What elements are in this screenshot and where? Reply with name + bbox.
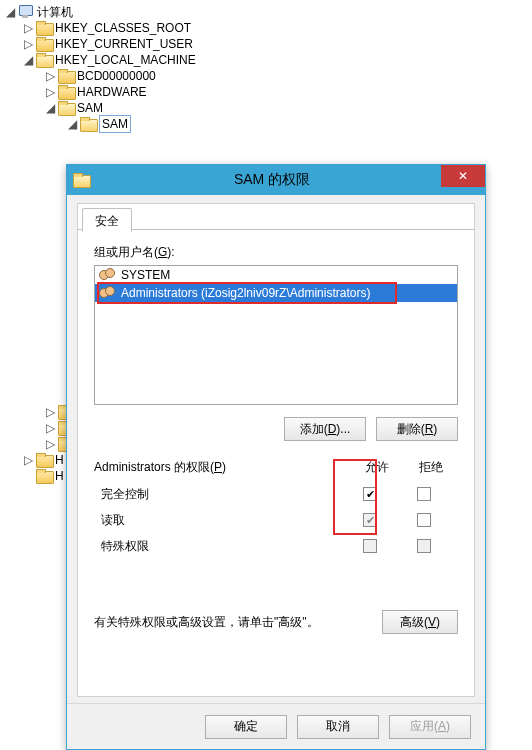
dialog-footer: 确定 取消 应用(A) <box>67 703 485 749</box>
user-row-administrators[interactable]: Administrators (iZosig2lniv09rZ\Administ… <box>95 284 457 302</box>
tree-label: H <box>55 468 64 484</box>
allow-column-header: 允许 <box>350 459 404 476</box>
users-listbox[interactable]: SYSTEM Administrators (iZosig2lniv09rZ\A… <box>94 265 458 405</box>
checkbox-deny-special <box>417 539 431 553</box>
perm-row-read: 读取 ✔ <box>95 507 457 533</box>
user-name: SYSTEM <box>121 268 170 282</box>
users-icon <box>99 286 117 300</box>
dialog-body: 安全 组或用户名(G): SYSTEM Administrators (iZos… <box>77 203 475 697</box>
permissions-table: 完全控制 ✔ 读取 ✔ 特殊权限 <box>94 480 458 560</box>
dialog-title: SAM 的权限 <box>95 171 449 189</box>
tab-label: 安全 <box>95 214 119 228</box>
cancel-button[interactable]: 取消 <box>297 715 379 739</box>
tree-item-sam[interactable]: ◢ SAM <box>4 100 532 116</box>
perm-name: 特殊权限 <box>101 538 343 555</box>
checkbox-allow-full[interactable]: ✔ <box>363 487 377 501</box>
permissions-for-label: Administrators 的权限(P) <box>94 459 350 476</box>
expand-icon[interactable]: ▷ <box>22 22 34 34</box>
folder-icon <box>36 469 52 483</box>
dialog-titlebar[interactable]: SAM 的权限 ✕ <box>67 165 485 195</box>
perm-row-full-control: 完全控制 ✔ <box>95 481 457 507</box>
close-button[interactable]: ✕ <box>441 165 485 187</box>
tree-item-hklm[interactable]: ◢ HKEY_LOCAL_MACHINE <box>4 52 532 68</box>
checkbox-allow-special <box>363 539 377 553</box>
expand-icon[interactable]: ▷ <box>44 422 56 434</box>
tree-label-selected: SAM <box>99 115 131 133</box>
tree-label: 计算机 <box>37 4 73 20</box>
advanced-note: 有关特殊权限或高级设置，请单击"高级"。 <box>94 614 382 631</box>
add-button[interactable]: 添加(D)... <box>284 417 366 441</box>
folder-icon <box>58 85 74 99</box>
perm-name: 完全控制 <box>101 486 343 503</box>
tree-item-hardware[interactable]: ▷ HARDWARE <box>4 84 532 100</box>
tab-security[interactable]: 安全 <box>82 208 132 232</box>
tree-root-computer[interactable]: ◢ 计算机 <box>4 4 532 20</box>
perm-name: 读取 <box>101 512 343 529</box>
tree-label: H <box>55 452 64 468</box>
collapse-icon[interactable]: ◢ <box>66 118 78 130</box>
expand-icon[interactable]: ▷ <box>44 406 56 418</box>
remove-button[interactable]: 删除(R) <box>376 417 458 441</box>
expand-icon[interactable]: ▷ <box>44 438 56 450</box>
tree-label: HKEY_CLASSES_ROOT <box>55 20 191 36</box>
tree-label: SAM <box>77 100 103 116</box>
ok-button[interactable]: 确定 <box>205 715 287 739</box>
folder-open-icon <box>80 117 96 131</box>
folder-icon <box>58 69 74 83</box>
tree-label: BCD00000000 <box>77 68 156 84</box>
tree-item-hkcu[interactable]: ▷ HKEY_CURRENT_USER <box>4 36 532 52</box>
apply-button[interactable]: 应用(A) <box>389 715 471 739</box>
user-name: Administrators (iZosig2lniv09rZ\Administ… <box>121 286 370 300</box>
checkbox-allow-read[interactable]: ✔ <box>363 513 377 527</box>
computer-icon <box>18 5 34 19</box>
folder-icon <box>36 37 52 51</box>
expand-icon[interactable]: ▷ <box>22 38 34 50</box>
deny-column-header: 拒绝 <box>404 459 458 476</box>
group-or-users-label: 组或用户名(G): <box>94 244 458 261</box>
tab-strip: 安全 <box>78 204 474 230</box>
perm-row-special: 特殊权限 <box>95 533 457 559</box>
checkbox-deny-full[interactable] <box>417 487 431 501</box>
close-icon: ✕ <box>458 169 468 183</box>
tree-item-bcd[interactable]: ▷ BCD00000000 <box>4 68 532 84</box>
checkbox-deny-read[interactable] <box>417 513 431 527</box>
collapse-icon[interactable]: ◢ <box>4 6 16 18</box>
folder-open-icon <box>58 101 74 115</box>
tree-label: HARDWARE <box>77 84 147 100</box>
users-icon <box>99 268 117 282</box>
advanced-button[interactable]: 高级(V) <box>382 610 458 634</box>
user-row-system[interactable]: SYSTEM <box>95 266 457 284</box>
folder-open-icon <box>73 173 89 187</box>
folder-icon <box>36 453 52 467</box>
expand-icon[interactable]: ▷ <box>22 454 34 466</box>
tree-item-sam-child[interactable]: ◢ SAM <box>4 116 532 132</box>
collapse-icon[interactable]: ◢ <box>22 54 34 66</box>
expand-icon[interactable]: ▷ <box>44 70 56 82</box>
folder-icon <box>36 21 52 35</box>
expand-icon[interactable]: ▷ <box>44 86 56 98</box>
collapse-icon[interactable]: ◢ <box>44 102 56 114</box>
tree-item-hkcr[interactable]: ▷ HKEY_CLASSES_ROOT <box>4 20 532 36</box>
permissions-dialog: SAM 的权限 ✕ 安全 组或用户名(G): SYSTEM Admi <box>66 164 486 750</box>
tree-label: HKEY_LOCAL_MACHINE <box>55 52 196 68</box>
folder-open-icon <box>36 53 52 67</box>
tree-label: HKEY_CURRENT_USER <box>55 36 193 52</box>
